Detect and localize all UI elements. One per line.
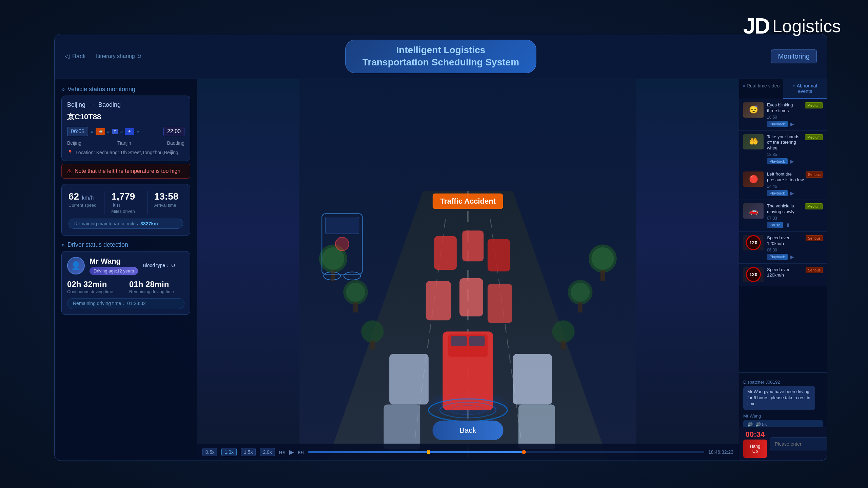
event-time-3: 14:46 — [767, 184, 823, 189]
road-scene-svg — [197, 79, 739, 461]
tab-realtime[interactable]: Real-time video — [739, 79, 783, 99]
back-icon: ◁ — [65, 53, 70, 60]
event-time-5: 06:30 — [767, 248, 823, 252]
hang-up-container: 00:34 Hang Up — [743, 430, 767, 458]
route-icons: » 🚛 » T » ✈ » — [91, 128, 161, 135]
call-timer: 00:34 — [746, 430, 765, 439]
svg-point-19 — [552, 320, 574, 343]
severity-badge-5: Serious — [806, 235, 823, 241]
event-thumbnail-5: 120 — [743, 235, 764, 250]
driver-name: Mr Wang — [90, 257, 138, 266]
playback-btn-2[interactable]: Playback — [767, 158, 788, 164]
progress-marker — [522, 450, 526, 454]
speed-0.5x-button[interactable]: 0.5x — [202, 448, 217, 456]
metrics-card: 62 km/h Current speed 1,779 km Miles dri… — [61, 184, 190, 236]
continuous-time: 02h 32min Continuous driving time — [67, 280, 122, 294]
dispatcher-message: Mr Wang,you have been driving for 6 hour… — [743, 386, 815, 410]
chat-input[interactable] — [770, 438, 827, 450]
vehicle-id: 京C10T88 — [67, 112, 184, 122]
speed-display: 62 km/h — [68, 191, 97, 202]
plane-icon: ✈ — [125, 128, 134, 135]
prev-button[interactable]: ⏮ — [279, 449, 285, 456]
driver-label: Mr Wang — [743, 413, 823, 419]
speed-1.5x-button[interactable]: 1.5x — [241, 448, 256, 456]
event-content-5: Speed over 120km/h Serious 06:30 Playbac… — [767, 235, 823, 260]
driver-avatar: 👤 — [67, 257, 85, 274]
event-content-4: The vehicle is moving slowly Medium 07:3… — [767, 203, 823, 228]
driver-header: 👤 Mr Wang Driving age:12 years Blood typ… — [67, 257, 184, 275]
route-header: Beijing → Baoding — [67, 101, 184, 108]
playback-icon-5: ▶ — [790, 254, 794, 260]
event-thumbnail-6: 120 — [743, 267, 764, 282]
playback-btn-1[interactable]: Playback — [767, 121, 788, 127]
title-container: Intelligent Logistics Transportation Sch… — [153, 40, 729, 73]
event-time-4: 07:33 — [767, 216, 823, 221]
location-text: Location: Kechuang11th Street,Tongzhou,B… — [76, 150, 178, 155]
truck-icon: 🚛 — [96, 128, 105, 135]
svg-rect-25 — [426, 281, 451, 320]
play-button[interactable]: ▶ — [289, 448, 294, 456]
panel-header: ◁ Back Itinerary sharing ↻ Intelligent L… — [55, 34, 827, 79]
svg-point-17 — [571, 283, 590, 302]
miles-label: Miles driven — [111, 209, 140, 214]
next-button[interactable]: ⏭ — [298, 449, 304, 456]
arrow-icon-1: » — [91, 129, 94, 134]
severity-badge-2: Medium — [805, 134, 823, 140]
page-title: Intelligent Logistics Transportation Sch… — [362, 44, 519, 69]
blood-type: Blood type： O — [143, 263, 175, 269]
event-item-3: 🔴 Left front tire pressure is too low Se… — [739, 168, 827, 200]
chat-messages: Dispatcher J00192 Mr Wang,you have been … — [739, 373, 827, 427]
back-button[interactable]: ◁ Back — [65, 53, 86, 60]
depart-time: 06:05 — [67, 127, 88, 136]
audio-indicator: 🔊 🔊 5s — [743, 420, 823, 427]
speed-unit: km/h — [82, 195, 94, 201]
svg-rect-24 — [488, 239, 510, 271]
svg-rect-23 — [462, 230, 484, 261]
hang-up-button[interactable]: Hang Up — [743, 440, 767, 458]
metrics-row: 62 km/h Current speed 1,779 km Miles dri… — [68, 191, 183, 214]
arrival-metric: 13:58 Arrival time — [154, 191, 183, 214]
dispatcher-label-1: Dispatcher J00192 — [743, 380, 823, 385]
event-title-row-5: Speed over 120km/h Serious — [767, 235, 823, 247]
speed-indicator-6: 120 — [743, 267, 764, 282]
remaining-time-value: 01h 28min — [129, 280, 184, 289]
right-tabs: Real-time video Abnormal events — [739, 79, 827, 99]
event-thumbnail-4: 🚗 — [743, 203, 764, 219]
audio-duration: 🔊 5s — [755, 422, 767, 427]
maintenance-value: 3827km — [140, 221, 158, 226]
event-thumbnail-3: 🔴 — [743, 171, 764, 187]
speed-2.0x-button[interactable]: 2.0x — [260, 448, 275, 456]
pause-btn-4[interactable]: Pause — [767, 222, 783, 228]
svg-rect-33 — [513, 354, 552, 404]
svg-rect-7 — [331, 270, 335, 281]
title-box: Intelligent Logistics Transportation Sch… — [345, 40, 536, 73]
route-cities: Beijing Tianjin Baoding — [67, 140, 184, 146]
video-controls: 0.5x 1.0x 1.5x 2.0x ⏮ ▶ ⏭ 18:46:32:23 — [197, 444, 739, 461]
chat-actions: 00:34 Hang Up Send » — [739, 427, 827, 461]
location-info: 📍 Location: Kechuang11th Street,Tongzhou… — [67, 150, 184, 155]
itinerary-share-button[interactable]: Itinerary sharing ↻ — [96, 53, 141, 60]
severity-badge-6: Serious — [806, 267, 823, 273]
events-list: 😴 Eyes blinking three times Medium 18:50… — [739, 99, 827, 372]
tab-abnormal[interactable]: Abnormal events — [783, 79, 827, 99]
continuous-time-label: Continuous driving time — [67, 289, 122, 294]
speed-1.0x-button[interactable]: 1.0x — [221, 448, 236, 456]
driving-age-badge: Driving age:12 years — [90, 267, 138, 275]
warning-icon: ⚠ — [66, 167, 72, 175]
playback-btn-3[interactable]: Playback — [767, 190, 788, 196]
event-content-6: Speed over 120km/h Serious — [767, 267, 823, 282]
speed-value: 62 — [68, 191, 79, 202]
location-pin-icon: 📍 — [67, 150, 73, 155]
event-title-row-2: Take your hands off the steering wheel M… — [767, 134, 823, 151]
playback-btn-5[interactable]: Playback — [767, 254, 788, 260]
progress-bar[interactable] — [308, 451, 704, 453]
event-item-2: 🤲 Take your hands off the steering wheel… — [739, 131, 827, 168]
svg-point-14 — [591, 247, 614, 270]
event-thumbnail-1: 😴 — [743, 102, 764, 118]
map-back-button[interactable]: Back — [433, 421, 504, 440]
tire-warning: ⚠ Note that the left tire temperature is… — [61, 164, 190, 179]
speed-circle-5: 120 — [746, 235, 761, 250]
speed-metric: 62 km/h Current speed — [68, 191, 97, 214]
route-from: Beijing — [67, 101, 85, 108]
maintenance-label: Remaining maintenance miles: — [74, 221, 139, 226]
